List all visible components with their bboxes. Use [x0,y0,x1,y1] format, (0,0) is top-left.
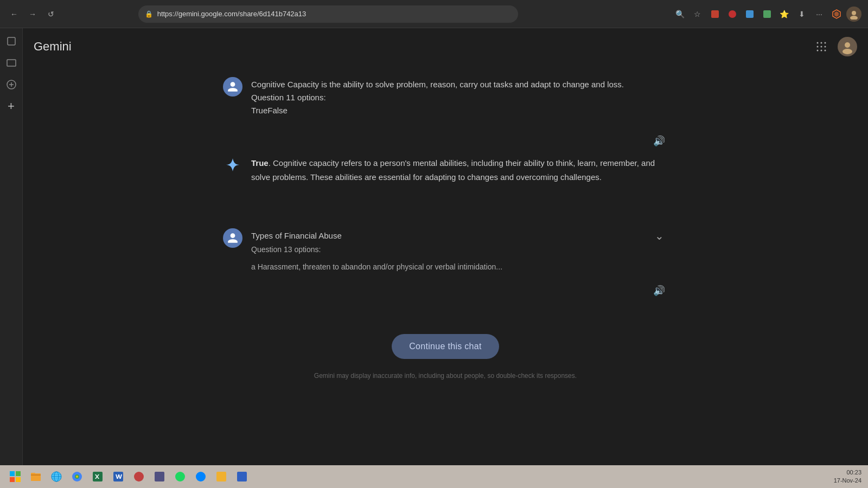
browser-controls: ← → ↺ [7,7,59,22]
user-message-1-text: Cognitive Capacity is the ability to sol… [251,76,668,117]
user-avatar-1 [223,77,242,97]
svg-rect-2 [746,10,754,18]
svg-point-7 [850,16,858,20]
svg-rect-46 [237,472,247,481]
url-text: https://gemini.google.com/share/6d141b74… [157,10,512,18]
taskbar: 00:23 17-Nov-24 [0,465,868,488]
svg-point-21 [825,50,826,52]
sound-button-2[interactable]: 🔊 [650,282,668,299]
address-bar[interactable]: 🔒 https://gemini.google.com/share/6d141b… [138,5,518,23]
svg-point-43 [175,472,185,481]
svg-point-15 [825,42,826,44]
taskbar-browser[interactable] [48,468,65,485]
svg-point-22 [845,42,850,48]
gemini-message-1: True. Cognitive capacity refers to a per… [223,154,668,184]
continue-btn-area: Continue this chat [223,334,668,359]
browser-chrome: ← → ↺ 🔒 https://gemini.google.com/share/… [0,0,868,28]
svg-point-1 [729,10,736,18]
main-content: Gemini [23,28,868,465]
taskbar-excel[interactable] [89,468,106,485]
grid-menu-button[interactable] [812,37,831,56]
disclaimer-text: Gemini may display inaccurate info, incl… [223,368,668,388]
svg-rect-9 [7,60,16,66]
response-1-bold: True [251,158,269,168]
search-toolbar-button[interactable]: 🔍 [673,7,688,22]
svg-rect-42 [155,472,164,481]
svg-point-14 [821,42,822,44]
toolbar-right: 🔍 ☆ ⭐ ⬇ ··· [673,7,861,22]
sidebar-icon-tabs[interactable] [3,54,20,72]
taskbar-file-explorer[interactable] [27,468,44,485]
user-message-2-row: Types of Financial Abuse Question 13 opt… [223,227,668,273]
user-message-2-text: Types of Financial Abuse Question 13 opt… [251,227,650,273]
browser-profile-avatar[interactable] [846,7,861,22]
svg-rect-25 [16,471,21,476]
message-block-2: Types of Financial Abuse Question 13 opt… [223,227,668,304]
continue-chat-button[interactable]: Continue this chat [392,334,499,359]
reload-button[interactable]: ↺ [43,7,59,22]
more-button[interactable]: ··· [812,7,827,22]
back-button[interactable]: ← [7,7,22,22]
taskbar-icon-9[interactable] [171,468,189,485]
brave-logo-button[interactable] [829,7,844,22]
taskbar-icon-8[interactable] [151,468,168,485]
taskbar-icon-10[interactable] [192,468,209,485]
taskbar-gemini[interactable] [68,468,86,485]
svg-rect-8 [8,37,15,45]
gemini-response-1-text: True. Cognitive capacity refers to a per… [251,154,668,184]
sidebar-icon-home[interactable] [3,33,20,50]
taskbar-icon-11[interactable] [213,468,230,485]
svg-point-16 [817,46,819,48]
svg-point-19 [817,50,819,52]
svg-point-23 [843,49,852,54]
extension-icon-2[interactable] [725,7,740,22]
gemini-star-icon-1 [223,155,242,175]
taskbar-icon-12[interactable] [233,468,251,485]
svg-point-6 [852,11,856,15]
lock-icon: 🔒 [145,10,153,18]
header-right [812,37,857,56]
user-profile-avatar[interactable] [838,37,857,56]
svg-point-17 [821,46,822,48]
svg-point-20 [821,50,822,52]
svg-point-41 [134,472,144,481]
sidebar-icon-add[interactable] [3,76,20,93]
svg-point-38 [76,476,78,478]
app-title: Gemini [34,40,72,54]
favorites-button[interactable]: ⭐ [777,7,792,22]
taskbar-time: 00:23 17-Nov-24 [834,468,861,485]
chat-container: Cognitive Capacity is the ability to sol… [223,76,668,388]
svg-rect-0 [711,10,719,18]
svg-rect-27 [16,477,21,482]
extension-icon-4[interactable] [760,7,775,22]
svg-point-13 [817,42,819,44]
sidebar-icon-plus[interactable]: + [3,98,20,115]
message-1-actions: 🔊 [223,130,668,154]
spacer [223,206,668,227]
forward-button[interactable]: → [25,7,40,22]
svg-rect-29 [31,473,35,474]
sound-button-1[interactable]: 🔊 [650,132,668,150]
extension-icon-3[interactable] [742,7,757,22]
svg-rect-26 [10,477,15,482]
star-bookmark-button[interactable]: ☆ [690,7,705,22]
app-header: Gemini [23,28,868,65]
svg-rect-24 [10,471,15,476]
download-button[interactable]: ⬇ [794,7,809,22]
taskbar-icon-7[interactable] [130,468,148,485]
collapse-message-button[interactable]: ⌄ [650,227,668,245]
svg-marker-5 [834,11,839,17]
svg-point-44 [196,472,206,481]
svg-point-18 [825,46,826,48]
svg-rect-45 [216,472,226,481]
user-avatar-2 [223,228,242,248]
message-2-actions: 🔊 [223,280,668,304]
svg-rect-3 [763,10,771,18]
extension-icon-1[interactable] [707,7,723,22]
chat-area[interactable]: Cognitive Capacity is the ability to sol… [23,65,868,465]
browser-sidebar: + [0,28,23,465]
taskbar-word[interactable] [110,468,127,485]
taskbar-start-button[interactable] [7,468,24,485]
app-layout: + Gemini [0,28,868,465]
user-message-1: Cognitive Capacity is the ability to sol… [223,76,668,117]
